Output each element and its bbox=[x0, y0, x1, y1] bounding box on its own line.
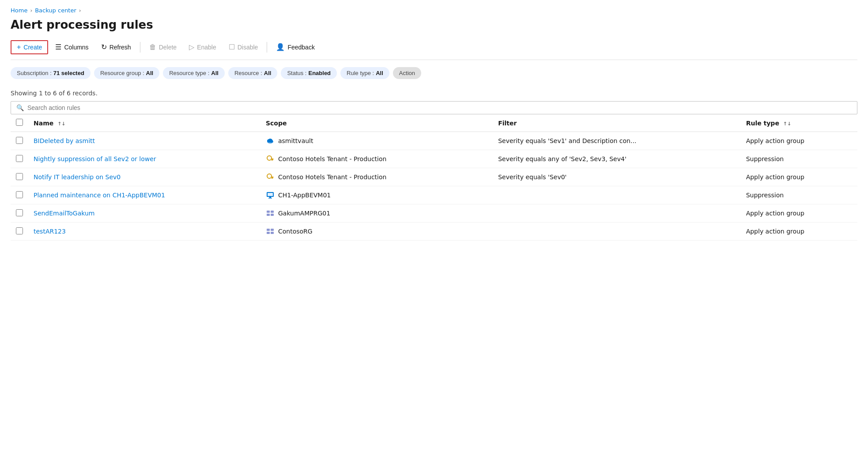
row-name-link-5[interactable]: testAR123 bbox=[34, 228, 66, 235]
row-name-link-2[interactable]: Notify IT leadership on Sev0 bbox=[34, 173, 121, 181]
table-row: SendEmailToGakum GakumAMPRG01 Apply acti… bbox=[11, 204, 857, 222]
feedback-button[interactable]: 👤 Feedback bbox=[271, 41, 320, 53]
delete-button[interactable]: 🗑 Delete bbox=[144, 41, 182, 53]
svg-rect-10 bbox=[272, 177, 273, 178]
row-name-5: testAR123 bbox=[28, 222, 260, 241]
search-icon: 🔍 bbox=[16, 104, 24, 111]
svg-rect-16 bbox=[267, 211, 270, 213]
row-ruletype-2: Apply action group bbox=[741, 168, 857, 186]
refresh-icon: ↻ bbox=[101, 44, 107, 51]
sort-icon-name: ↑↓ bbox=[57, 121, 65, 127]
column-header-name[interactable]: Name ↑↓ bbox=[28, 114, 260, 132]
columns-button[interactable]: ☰ Columns bbox=[50, 41, 94, 53]
scope-text-4: GakumAMPRG01 bbox=[278, 210, 330, 217]
table-row: Planned maintenance on CH1-AppBEVM01 CH1… bbox=[11, 186, 857, 204]
row-checkbox-cell bbox=[11, 132, 28, 150]
row-ruletype-5: Apply action group bbox=[741, 222, 857, 241]
select-all-cell bbox=[11, 114, 28, 132]
row-checkbox-4[interactable] bbox=[16, 209, 23, 216]
column-header-scope: Scope bbox=[260, 114, 493, 132]
filter-status[interactable]: Status : Enabled bbox=[281, 67, 337, 79]
row-name-3: Planned maintenance on CH1-AppBEVM01 bbox=[28, 186, 260, 204]
column-header-filter: Filter bbox=[493, 114, 740, 132]
row-ruletype-3: Suppression bbox=[741, 186, 857, 204]
scope-text-1: Contoso Hotels Tenant - Production bbox=[278, 155, 386, 162]
scope-text-3: CH1-AppBEVM01 bbox=[278, 192, 331, 199]
enable-button[interactable]: ▷ Enable bbox=[184, 41, 222, 53]
page-title: Alert processing rules bbox=[11, 18, 857, 31]
play-icon: ▷ bbox=[189, 44, 194, 51]
svg-rect-14 bbox=[269, 197, 271, 198]
row-filter-0: Severity equals 'Sev1' and Description c… bbox=[493, 132, 740, 150]
svg-rect-9 bbox=[271, 177, 273, 177]
disable-button[interactable]: ☐ Disable bbox=[223, 41, 264, 53]
svg-rect-22 bbox=[267, 232, 270, 234]
row-name-0: BIDeleted by asmitt bbox=[28, 132, 260, 150]
row-checkbox-cell bbox=[11, 186, 28, 204]
row-checkbox-0[interactable] bbox=[16, 137, 23, 144]
row-scope-1: Contoso Hotels Tenant - Production bbox=[260, 150, 493, 168]
svg-rect-7 bbox=[272, 159, 272, 161]
row-name-link-3[interactable]: Planned maintenance on CH1-AppBEVM01 bbox=[34, 192, 165, 199]
row-checkbox-cell bbox=[11, 222, 28, 241]
refresh-button[interactable]: ↻ Refresh bbox=[96, 41, 136, 53]
feedback-icon: 👤 bbox=[276, 44, 285, 51]
column-header-rule-type[interactable]: Rule type ↑↓ bbox=[741, 114, 857, 132]
row-checkbox-cell bbox=[11, 150, 28, 168]
row-name-link-0[interactable]: BIDeleted by asmitt bbox=[34, 137, 95, 144]
create-button[interactable]: + Create bbox=[11, 40, 48, 54]
svg-rect-21 bbox=[271, 229, 274, 231]
row-filter-2: Severity equals 'Sev0' bbox=[493, 168, 740, 186]
scope-text-5: ContosoRG bbox=[278, 228, 313, 235]
row-filter-4 bbox=[493, 204, 740, 222]
row-name-link-1[interactable]: Nightly suppression of all Sev2 or lower bbox=[34, 155, 156, 162]
breadcrumb-backup-center[interactable]: Backup center bbox=[35, 7, 76, 14]
row-name-4: SendEmailToGakum bbox=[28, 204, 260, 222]
row-checkbox-2[interactable] bbox=[16, 173, 23, 180]
page-container: Home › Backup center › Alert processing … bbox=[0, 0, 868, 248]
svg-rect-6 bbox=[272, 159, 273, 160]
scope-icon-5 bbox=[266, 227, 275, 236]
plus-icon: + bbox=[17, 44, 21, 51]
scope-icon-0 bbox=[266, 136, 275, 145]
breadcrumb: Home › Backup center › bbox=[11, 7, 857, 14]
table-body: BIDeleted by asmitt asmittvault Severity… bbox=[11, 132, 857, 241]
svg-rect-11 bbox=[272, 177, 272, 179]
row-filter-5 bbox=[493, 222, 740, 241]
row-ruletype-4: Apply action group bbox=[741, 204, 857, 222]
table-row: BIDeleted by asmitt asmittvault Severity… bbox=[11, 132, 857, 150]
row-scope-4: GakumAMPRG01 bbox=[260, 204, 493, 222]
filter-rule-type[interactable]: Rule type : All bbox=[340, 67, 389, 79]
breadcrumb-home[interactable]: Home bbox=[11, 7, 27, 14]
svg-rect-5 bbox=[271, 158, 273, 159]
filter-subscription[interactable]: Subscription : 71 selected bbox=[11, 67, 91, 79]
svg-rect-19 bbox=[271, 214, 274, 216]
filter-resource[interactable]: Resource : All bbox=[228, 67, 278, 79]
scope-icon-4 bbox=[266, 209, 275, 218]
filter-action[interactable]: Action bbox=[393, 67, 421, 79]
row-filter-1: Severity equals any of 'Sev2, Sev3, Sev4… bbox=[493, 150, 740, 168]
row-checkbox-3[interactable] bbox=[16, 191, 23, 198]
row-checkbox-5[interactable] bbox=[16, 227, 23, 234]
row-scope-0: asmittvault bbox=[260, 132, 493, 150]
stop-icon: ☐ bbox=[229, 44, 235, 51]
row-name-1: Nightly suppression of all Sev2 or lower bbox=[28, 150, 260, 168]
delete-label: Delete bbox=[159, 44, 177, 51]
table-row: Nightly suppression of all Sev2 or lower… bbox=[11, 150, 857, 168]
svg-rect-20 bbox=[267, 229, 270, 231]
row-ruletype-1: Suppression bbox=[741, 150, 857, 168]
filter-resource-group[interactable]: Resource group : All bbox=[94, 67, 159, 79]
search-input[interactable] bbox=[27, 104, 852, 111]
disable-label: Disable bbox=[238, 44, 258, 51]
scope-text-2: Contoso Hotels Tenant - Production bbox=[278, 173, 386, 181]
filter-resource-type[interactable]: Resource type : All bbox=[163, 67, 225, 79]
svg-rect-18 bbox=[267, 214, 270, 216]
feedback-label: Feedback bbox=[287, 44, 314, 51]
scope-text-0: asmittvault bbox=[278, 137, 313, 144]
row-checkbox-1[interactable] bbox=[16, 155, 23, 162]
create-label: Create bbox=[23, 44, 42, 51]
select-all-checkbox[interactable] bbox=[16, 119, 23, 126]
scope-icon-2 bbox=[266, 173, 275, 181]
row-name-link-4[interactable]: SendEmailToGakum bbox=[34, 210, 94, 217]
row-filter-3 bbox=[493, 186, 740, 204]
